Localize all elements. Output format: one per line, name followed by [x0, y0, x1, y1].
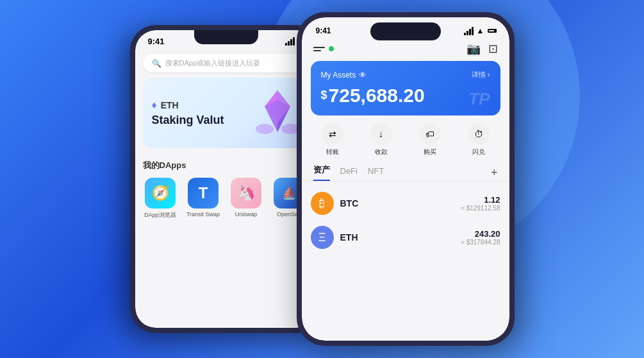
btc-coin-icon: ₿ [311, 192, 334, 215]
action-row: ⇄ 转账 ↓ 收款 🏷 购买 ⏱ 闪兑 [302, 115, 509, 164]
dapps-grid: 🧭 DApp浏览器 T Transit Swap 🦄 Uniswap ⛵ Ope… [143, 178, 310, 219]
right-header: 📷 ⊡ [302, 38, 509, 61]
assets-title: My Assets 👁 [321, 71, 367, 80]
search-placeholder: 搜索DApp或输入链接进入玩耍 [165, 58, 261, 68]
left-time: 9:41 [148, 37, 165, 46]
tab-nft[interactable]: NFT [368, 166, 384, 180]
flash-button[interactable]: ⏱ 闪兑 [468, 123, 490, 157]
eth-diamond-icon: ♦ [152, 99, 157, 111]
signal-icon [285, 37, 295, 46]
btc-amount: 1.12 [461, 195, 500, 205]
buy-icon: 🏷 [419, 123, 441, 145]
svg-point-5 [256, 124, 274, 134]
assets-title-row: My Assets 👁 详情 › [321, 70, 490, 80]
buy-label: 购买 [424, 148, 436, 157]
eth-values: 243.20 ≈ $317844.28 [461, 229, 500, 246]
asset-list: ₿ BTC 1.12 ≈ $129112.58 Ξ ETH 243.20 ≈ $… [302, 187, 509, 255]
hamburger-menu-icon[interactable] [313, 47, 325, 51]
assets-amount: $ 725,688.20 [321, 85, 490, 107]
assets-card: My Assets 👁 详情 › $ 725,688.20 TP [311, 61, 500, 115]
currency-symbol: $ [321, 89, 327, 102]
dapp-transit[interactable]: T Transit Swap [186, 178, 221, 219]
camera-icon[interactable]: 📷 [466, 42, 481, 56]
transfer-button[interactable]: ⇄ 转账 [322, 123, 343, 157]
right-status-icons: ▲ [464, 26, 495, 35]
tab-defi[interactable]: DeFi [340, 166, 358, 180]
uniswap-icon: 🦄 [231, 178, 261, 209]
eth-amount: 243.20 [461, 229, 500, 239]
right-signal-icon [464, 27, 474, 35]
eth-coin-label: ETH [161, 100, 179, 110]
phones-container: 9:41 ▲ 🔍 搜索DApp或输入链接进入玩耍 [130, 12, 515, 346]
status-dot [329, 46, 334, 51]
search-icon: 🔍 [152, 59, 161, 68]
asset-row-btc: ₿ BTC 1.12 ≈ $129112.58 [311, 187, 500, 221]
eth-usd: ≈ $317844.28 [461, 239, 500, 246]
tp-watermark: TP [468, 89, 490, 109]
right-phone: 9:41 ▲ [297, 12, 515, 346]
receive-icon: ↓ [370, 123, 392, 145]
dapp-uniswap[interactable]: 🦄 Uniswap [229, 178, 264, 219]
eth-crystal-illustration [252, 87, 303, 139]
dynamic-island [370, 22, 441, 40]
uniswap-label: Uniswap [229, 211, 264, 217]
btc-symbol: BTC [340, 198, 461, 209]
buy-button[interactable]: 🏷 购买 [419, 123, 441, 157]
btc-usd: ≈ $129112.58 [461, 205, 500, 212]
btc-values: 1.12 ≈ $129112.58 [461, 195, 500, 212]
left-phone: 9:41 ▲ 🔍 搜索DApp或输入链接进入玩耍 [130, 25, 322, 333]
assets-label: My Assets [321, 71, 356, 80]
transit-icon: T [188, 178, 219, 209]
scan-icon[interactable]: ⊡ [488, 42, 498, 56]
receive-button[interactable]: ↓ 收款 [370, 123, 392, 157]
tab-assets[interactable]: 资产 [313, 164, 330, 181]
dapps-section: 我的DApps 🧭 DApp浏览器 T Transit Swap 🦄 Unisw… [135, 153, 317, 223]
asset-row-eth: Ξ ETH 243.20 ≈ $317844.28 [311, 221, 500, 255]
battery-icon [488, 29, 495, 33]
transfer-icon: ⇄ [322, 123, 343, 145]
transfer-label: 转账 [326, 148, 339, 157]
eth-banner[interactable]: ♦ ETH Staking Valut [143, 78, 310, 148]
left-phone-screen: 9:41 ▲ 🔍 搜索DApp或输入链接进入玩耍 [135, 30, 317, 328]
add-asset-button[interactable]: + [491, 166, 498, 180]
dapps-title: 我的DApps [143, 160, 310, 171]
flash-icon: ⏱ [468, 123, 490, 145]
eth-coin-icon: Ξ [311, 226, 334, 249]
flash-label: 闪兑 [472, 148, 485, 157]
right-time: 9:41 [316, 26, 331, 35]
search-bar[interactable]: 🔍 搜索DApp或输入链接进入玩耍 [143, 54, 310, 72]
asset-tabs: 资产 DeFi NFT + [302, 164, 509, 182]
browser-icon: 🧭 [145, 178, 176, 209]
eth-symbol: ETH [340, 232, 461, 243]
receive-label: 收款 [375, 148, 388, 157]
transit-label: Transit Swap [186, 211, 221, 217]
assets-value: 725,688.20 [329, 85, 425, 107]
header-left-group [313, 46, 334, 51]
eye-icon[interactable]: 👁 [359, 71, 367, 80]
right-phone-screen: 9:41 ▲ [302, 17, 509, 341]
left-phone-notch [194, 30, 258, 44]
wifi-icon-right: ▲ [477, 26, 484, 35]
dapp-browser[interactable]: 🧭 DApp浏览器 [143, 178, 178, 219]
header-right-icons: 📷 ⊡ [466, 42, 498, 56]
browser-label: DApp浏览器 [143, 211, 178, 219]
assets-detail-link[interactable]: 详情 › [472, 70, 490, 80]
